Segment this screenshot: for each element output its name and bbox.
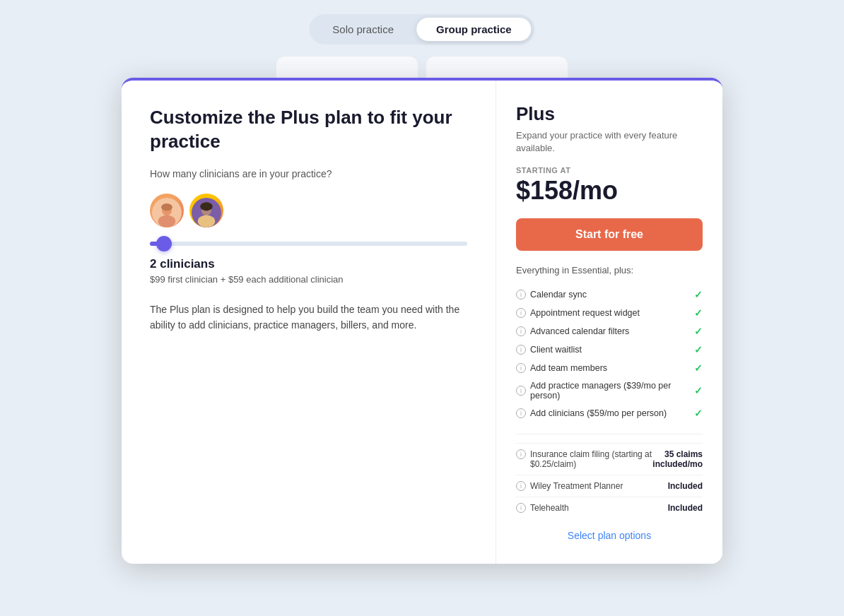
check-add-team: ✓ [694, 362, 703, 374]
clinician-question: How many clinicians are in your practice… [150, 168, 467, 179]
plus-plan-title: Plus [516, 103, 703, 125]
addon-wiley-label: i Wiley Treatment Planner [516, 481, 668, 491]
group-practice-tab[interactable]: Group practice [416, 18, 532, 41]
feature-label-add-team: Add team members [530, 363, 607, 373]
info-icon-telehealth: i [516, 503, 526, 513]
check-advanced-calendar: ✓ [694, 326, 703, 337]
feature-label-client-waitlist: Client waitlist [530, 345, 582, 355]
info-icon-wiley: i [516, 481, 526, 491]
feature-add-team: i Add team members ✓ [516, 359, 703, 377]
addon-wiley-value: Included [668, 481, 703, 491]
check-add-clinicians: ✓ [694, 408, 703, 419]
feature-label-calendar-sync: Calendar sync [530, 290, 587, 300]
everything-label: Everything in Essential, plus: [516, 265, 703, 276]
addon-insurance: i Insurance claim filing (starting at $0… [516, 443, 703, 475]
info-icon-add-managers: i [516, 386, 526, 396]
feature-label-add-clinicians: Add clinicians ($59/mo per person) [530, 408, 667, 418]
clinicians-count: 2 clinicians [150, 257, 467, 271]
divider-addons [516, 434, 703, 434]
addon-telehealth-value: Included [668, 503, 703, 513]
practice-type-toggle: Solo practice Group practice [309, 14, 534, 45]
addon-telehealth-label: i Telehealth [516, 503, 668, 513]
feature-appointment-widget: i Appointment request widget ✓ [516, 304, 703, 322]
addon-insurance-value: 35 claimsincluded/mo [652, 449, 703, 469]
solo-practice-tab[interactable]: Solo practice [312, 18, 414, 41]
feature-add-managers: i Add practice managers ($39/mo per pers… [516, 377, 703, 404]
info-icon-add-clinicians: i [516, 408, 526, 418]
check-calendar-sync: ✓ [694, 289, 703, 300]
feature-client-waitlist: i Client waitlist ✓ [516, 340, 703, 359]
svg-point-2 [158, 215, 176, 227]
info-icon-appointment-widget: i [516, 308, 526, 318]
info-icon-client-waitlist: i [516, 345, 526, 355]
avatar-2 [189, 194, 223, 227]
check-appointment-widget: ✓ [694, 307, 703, 319]
plus-feature-list: i Calendar sync ✓ i Appointment request … [516, 285, 703, 422]
clinicians-price: $99 first clinician + $59 each additiona… [150, 274, 467, 285]
clinician-slider-container[interactable] [150, 242, 467, 246]
feature-label-advanced-calendar: Advanced calendar filters [530, 326, 629, 336]
starting-at-label: STARTING AT [516, 166, 703, 174]
feature-label-add-managers: Add practice managers ($39/mo per person… [530, 381, 694, 401]
addon-insurance-label: i Insurance claim filing (starting at $0… [516, 449, 652, 469]
start-free-button[interactable]: Start for free [516, 218, 703, 251]
svg-point-7 [200, 202, 213, 211]
info-icon-insurance: i [516, 449, 526, 459]
addon-telehealth: i Telehealth Included [516, 497, 703, 519]
modal-left-panel: Customize the Plus plan to fit your prac… [122, 81, 496, 564]
check-add-managers: ✓ [694, 385, 703, 396]
feature-advanced-calendar: i Advanced calendar filters ✓ [516, 322, 703, 340]
svg-point-3 [161, 203, 172, 211]
addon-wiley-text: Wiley Treatment Planner [530, 481, 623, 491]
info-icon-calendar: i [516, 290, 526, 300]
plus-price: $158/mo [516, 176, 703, 206]
modal-right-panel: Plus Expand your practice with every fea… [496, 81, 722, 564]
avatar-1 [150, 194, 184, 227]
addon-telehealth-text: Telehealth [530, 503, 569, 513]
plus-plan-desc: Expand your practice with every feature … [516, 129, 703, 155]
info-icon-add-team: i [516, 363, 526, 373]
svg-point-6 [198, 215, 216, 227]
addon-wiley: i Wiley Treatment Planner Included [516, 475, 703, 497]
info-icon-advanced-calendar: i [516, 326, 526, 336]
check-client-waitlist: ✓ [694, 344, 703, 355]
plus-description: The Plus plan is designed to help you bu… [150, 302, 467, 333]
avatar-row [150, 194, 467, 227]
feature-label-appointment-widget: Appointment request widget [530, 308, 640, 318]
feature-calendar-sync: i Calendar sync ✓ [516, 285, 703, 304]
modal-title: Customize the Plus plan to fit your prac… [150, 106, 467, 154]
select-plan-link[interactable]: Select plan options [516, 530, 703, 541]
addon-insurance-text: Insurance claim filing (starting at $0.2… [530, 449, 652, 469]
feature-add-clinicians: i Add clinicians ($59/mo per person) ✓ [516, 404, 703, 422]
customize-modal: Customize the Plus plan to fit your prac… [122, 78, 722, 564]
